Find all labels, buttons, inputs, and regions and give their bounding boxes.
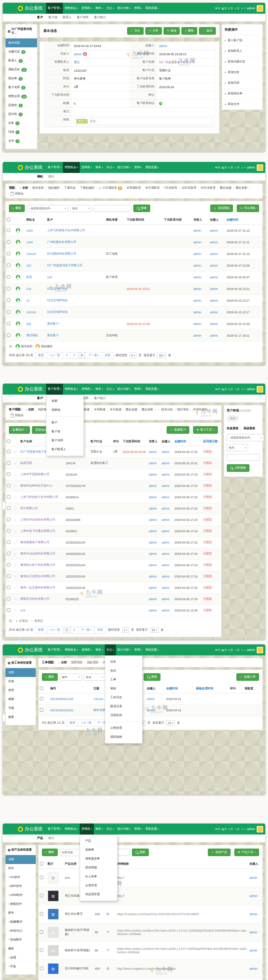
row-checkbox[interactable] bbox=[7, 484, 10, 487]
quick-search-input[interactable] bbox=[227, 454, 260, 461]
nav-menu-4[interactable]: 办公▾ bbox=[105, 162, 116, 173]
star-icon[interactable]: ☆0 bbox=[234, 648, 239, 652]
follow-star-icon[interactable]: ☆ bbox=[14, 586, 17, 590]
row-checkbox[interactable] bbox=[40, 967, 43, 970]
dropdown-item-0-1[interactable]: 知识 bbox=[105, 667, 142, 675]
mail-icon[interactable]: ✉0 bbox=[215, 387, 220, 391]
cell-creator[interactable]: admin bbox=[209, 306, 225, 318]
row-checkbox[interactable] bbox=[7, 506, 10, 510]
view-filter-13[interactable]: 回收站 bbox=[9, 192, 26, 196]
calendar-icon[interactable]: ▤0 bbox=[222, 6, 227, 10]
cell-creator[interactable]: admin bbox=[160, 548, 173, 560]
filter-field-select[interactable]: 编号▾ bbox=[60, 674, 82, 681]
dropdown-item-0-0[interactable]: 任务 bbox=[105, 657, 142, 667]
cell-name[interactable]: 14 bbox=[25, 295, 46, 306]
page-button-6[interactable]: 末页 bbox=[102, 352, 114, 359]
quick-action-4[interactable]: ▸添加日程 bbox=[222, 78, 263, 89]
page-button-0[interactable]: 首页 bbox=[35, 627, 47, 633]
jump-page-select[interactable]: 4▾ bbox=[129, 353, 137, 358]
row-checkbox[interactable] bbox=[7, 310, 10, 313]
tag-chip[interactable]: 演示 bbox=[227, 415, 238, 422]
sidebar-item-9[interactable]: 任务2 bbox=[5, 119, 37, 128]
tag-input[interactable]: 演示x添加... bbox=[74, 118, 213, 125]
back-button[interactable]: ←返回 bbox=[199, 27, 216, 35]
cell-name[interactable]: 134 bbox=[25, 283, 46, 295]
cell-creator[interactable]: admin bbox=[248, 923, 263, 942]
dropdown-item-0-6[interactable]: 日程安排 bbox=[105, 711, 142, 720]
cell-number[interactable]: WO20180415192 bbox=[49, 705, 92, 716]
search-button[interactable]: 搜索 bbox=[144, 673, 160, 681]
nav-menu-1[interactable]: 销售机会▾ bbox=[63, 383, 80, 395]
card-reader-keypad[interactable]: ▦ bbox=[48, 945, 59, 956]
search-tab-0[interactable]: 快速搜索 bbox=[227, 426, 238, 431]
sidebar-item-7[interactable]: 应收款8 bbox=[5, 101, 37, 110]
dropdown-item-0-2[interactable]: 销售退货单 bbox=[80, 854, 117, 863]
view-filter-11[interactable]: 回收站 bbox=[9, 414, 26, 418]
cell-url[interactable]: http://www.haowa.com/usersV2/login bbox=[116, 978, 248, 980]
cell-creator[interactable]: admin bbox=[160, 526, 173, 537]
search-now-button[interactable]: 立即搜索 bbox=[227, 464, 249, 472]
sidebar-item-1[interactable]: 沟通日志5 bbox=[5, 47, 37, 56]
dropdown-item-0-4[interactable]: 出入库单 bbox=[80, 872, 117, 881]
user-avatar[interactable] bbox=[257, 647, 263, 653]
sidebar-item-0[interactable]: 全部 bbox=[5, 668, 36, 677]
sidebar-item-1[interactable]: 安装 bbox=[5, 677, 36, 686]
cell-name[interactable]: 143124 bbox=[25, 306, 46, 318]
cell-url[interactable]: https://item.taobao.com/item.htm?spm=a23… bbox=[116, 942, 248, 960]
cell-owner[interactable]: admin bbox=[192, 225, 209, 236]
cell-customer[interactable]: 02北京博罗科技 bbox=[46, 283, 104, 295]
sidebar-item-4[interactable]: --CRM软件 bbox=[5, 891, 36, 900]
view-filter-2[interactable]: 我创建的 bbox=[46, 186, 62, 190]
page-button-2[interactable]: 2 bbox=[63, 352, 71, 359]
page-button-1[interactable]: «上一页 bbox=[47, 627, 63, 633]
subnav-item-3[interactable]: 客户关怀 bbox=[77, 16, 89, 19]
view-filter-11[interactable]: 最近创建 bbox=[218, 186, 233, 190]
thermal-printer[interactable]: ▦ bbox=[48, 963, 59, 974]
dropdown-item-1-1[interactable]: 客户池 bbox=[46, 427, 83, 436]
dropdown-item-0-1[interactable]: 线索池 bbox=[46, 406, 83, 415]
nav-menu-2[interactable]: 进销存▾ bbox=[80, 162, 94, 173]
dropdown-item-1-1[interactable]: 组织架构 bbox=[105, 733, 142, 741]
card-reader[interactable]: ▦ bbox=[48, 927, 59, 938]
sidebar-item-5[interactable]: 换新 bbox=[5, 713, 36, 722]
cell-owner[interactable]: admin bbox=[192, 283, 209, 295]
dropdown-item-0-2[interactable]: 工单 bbox=[105, 675, 142, 684]
diamond-icon[interactable]: ◇0 bbox=[228, 387, 233, 391]
search-tab-1[interactable]: 高级搜索 bbox=[243, 426, 255, 431]
quick-add-button[interactable]: ＋▾ bbox=[241, 166, 245, 170]
user-avatar[interactable] bbox=[257, 826, 263, 832]
per-page-select[interactable]: 15▾ bbox=[150, 627, 158, 633]
user-name[interactable]: admin bbox=[247, 387, 255, 391]
subnav-item-0[interactable]: 商机 bbox=[37, 175, 43, 179]
row-checkbox[interactable] bbox=[7, 275, 10, 278]
cell-creator[interactable]: admin bbox=[160, 480, 173, 492]
cell-creator[interactable]: admin bbox=[209, 295, 225, 306]
cell-creator[interactable]: admin bbox=[160, 446, 173, 458]
cell-creator[interactable]: admin bbox=[248, 960, 263, 978]
cell-name[interactable]: 青海一达交通科技有限公司 bbox=[19, 582, 64, 593]
cell-creator[interactable]: admin bbox=[160, 571, 173, 582]
match-mode-select[interactable]: 包含▾ bbox=[227, 444, 248, 451]
star-icon[interactable]: ☆0 bbox=[234, 166, 239, 169]
nav-menu-7[interactable]: 系统设置▾ bbox=[144, 162, 160, 173]
sidebar-item-2[interactable]: --OA软件 bbox=[5, 873, 36, 882]
nav-menu-3[interactable]: 财务▾ bbox=[94, 162, 105, 173]
delete-button[interactable]: ×删除 bbox=[42, 673, 58, 681]
cell-url[interactable]: https://s.taobao.com/search?q=%E5%8D%9A%… bbox=[116, 905, 248, 923]
row-checkbox[interactable] bbox=[7, 439, 10, 443]
star-button[interactable]: ☆关注 bbox=[127, 27, 144, 35]
dropdown-item-1-0[interactable]: 客户 bbox=[46, 418, 83, 427]
view-filter-6[interactable]: 最近创建 bbox=[124, 408, 139, 412]
nav-menu-3[interactable]: 财务▾ bbox=[94, 3, 105, 14]
dropdown-item-1-3[interactable]: 客户联系人 bbox=[46, 445, 83, 454]
cell-creator[interactable]: admin bbox=[248, 905, 263, 923]
cell-name[interactable]: 同方有限公司 bbox=[19, 503, 64, 514]
dropdown-item-0-0[interactable]: 线索 bbox=[46, 397, 83, 406]
cell-owner[interactable]: admin bbox=[147, 560, 160, 571]
row-checkbox[interactable] bbox=[7, 240, 10, 243]
page-button-0[interactable]: 首页 bbox=[66, 719, 78, 726]
nav-menu-4[interactable]: 办公▾ bbox=[105, 644, 116, 655]
view-filter-6[interactable]: 本周需联系 bbox=[125, 186, 143, 190]
sidebar-item-1[interactable]: 软件 bbox=[5, 864, 36, 873]
row-checkbox[interactable] bbox=[40, 697, 43, 700]
